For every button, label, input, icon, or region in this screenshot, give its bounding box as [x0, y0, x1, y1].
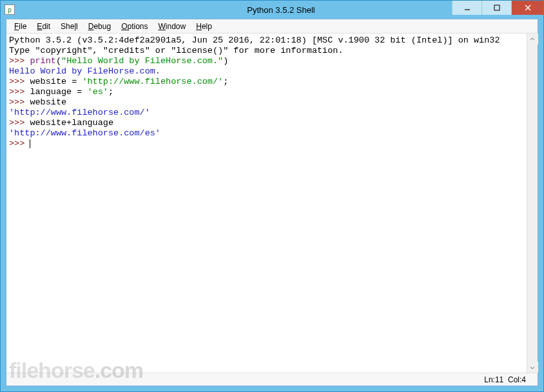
- maximize-icon: [493, 4, 501, 12]
- menu-help[interactable]: Help: [191, 21, 217, 32]
- prompt: >>>: [9, 56, 30, 66]
- menu-debug[interactable]: Debug: [83, 21, 116, 32]
- line-label: Ln:: [484, 375, 495, 384]
- code-text: ;: [223, 77, 228, 86]
- code-text: website =: [30, 77, 82, 86]
- statusbar: Ln: 11 Col: 4: [6, 373, 538, 386]
- line-number: 11: [495, 375, 503, 384]
- prompt: >>>: [9, 118, 30, 128]
- menu-options[interactable]: Options: [116, 21, 153, 32]
- menu-window[interactable]: Window: [153, 21, 191, 32]
- string-literal: 'http://www.filehorse.com/': [82, 77, 223, 86]
- scroll-down-button[interactable]: [527, 362, 538, 373]
- prompt: >>>: [9, 139, 30, 148]
- paren-close: ): [223, 56, 228, 66]
- code-text: website+language: [30, 118, 113, 128]
- editor-wrap: Python 3.5.2 (v3.5.2:4def2a2901a5, Jun 2…: [6, 34, 538, 373]
- titlebar[interactable]: p Python 3.5.2 Shell: [1, 1, 543, 19]
- menu-file[interactable]: File: [9, 21, 32, 32]
- prompt: >>>: [9, 87, 30, 97]
- menu-shell[interactable]: Shell: [55, 21, 83, 32]
- chevron-up-icon: [530, 37, 535, 42]
- svg-rect-1: [494, 5, 500, 10]
- code-text: website: [30, 97, 66, 107]
- string-literal: 'es': [88, 87, 108, 97]
- chevron-down-icon: [530, 365, 535, 370]
- shell-text-area[interactable]: Python 3.5.2 (v3.5.2:4def2a2901a5, Jun 2…: [6, 34, 527, 373]
- col-number: 4: [521, 375, 526, 384]
- builtin-print: print: [30, 56, 56, 66]
- vertical-scrollbar[interactable]: [527, 34, 538, 373]
- col-label: Col:: [508, 375, 521, 384]
- paren-open: (: [56, 56, 61, 66]
- text-cursor: [30, 139, 30, 148]
- window-frame: p Python 3.5.2 Shell File Edit Shell Deb…: [0, 0, 544, 392]
- maximize-button[interactable]: [481, 1, 511, 15]
- minimize-button[interactable]: [452, 1, 481, 15]
- output-line: 'http://www.filehorse.com/es': [9, 128, 160, 138]
- prompt: >>>: [9, 97, 30, 107]
- client-area: File Edit Shell Debug Options Window Hel…: [6, 19, 538, 386]
- banner-line-1: Python 3.5.2 (v3.5.2:4def2a2901a5, Jun 2…: [9, 35, 500, 45]
- prompt: >>>: [9, 77, 30, 86]
- banner-line-2: Type "copyright", "credits" or "license(…: [9, 46, 343, 55]
- python-icon: p: [5, 5, 15, 15]
- window-controls: [452, 1, 543, 15]
- string-literal: "Hello World by FileHorse.com.": [61, 56, 223, 66]
- minimize-icon: [463, 4, 471, 12]
- menu-edit[interactable]: Edit: [32, 21, 55, 32]
- scroll-up-button[interactable]: [527, 34, 538, 44]
- output-line: 'http://www.filehorse.com/': [9, 108, 150, 117]
- output-line: Hello World by FileHorse.com.: [9, 66, 160, 76]
- code-text: language =: [30, 87, 87, 97]
- code-text: ;: [108, 87, 113, 97]
- close-icon: [524, 4, 532, 12]
- close-button[interactable]: [511, 1, 543, 15]
- menubar: File Edit Shell Debug Options Window Hel…: [6, 19, 538, 34]
